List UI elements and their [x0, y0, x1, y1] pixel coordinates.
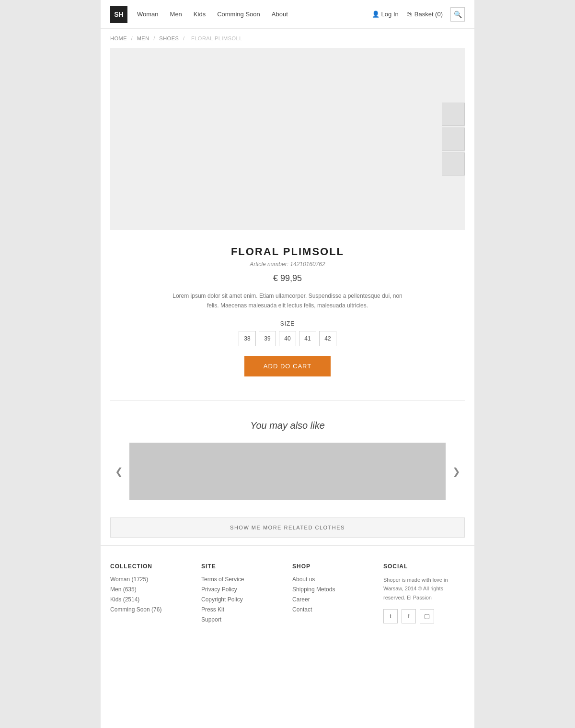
footer-site: SITE Terms of Service Privacy Policy Cop…	[201, 563, 283, 626]
list-item: Men (635)	[110, 586, 192, 593]
breadcrumb: HOME / MEN / SHOES / FLORAL PLIMSOLL	[101, 29, 474, 48]
nav-item-kids[interactable]: Kids	[194, 11, 206, 18]
instagram-icon[interactable]: ▢	[420, 609, 434, 623]
footer-social: SOCIAL Shoper is made with love in Warsa…	[383, 563, 465, 626]
article-number: Article number: 14210160762	[110, 261, 465, 268]
main-product-image	[110, 48, 465, 230]
list-item: Comming Soon (76)	[110, 606, 192, 613]
nav-item-woman[interactable]: Woman	[137, 11, 159, 18]
breadcrumb-sep1: /	[131, 35, 133, 41]
twitter-icon[interactable]: t	[383, 609, 398, 623]
footer-social-title: SOCIAL	[383, 563, 465, 570]
footer-collection: COLLECTION Woman (1725) Men (635) Kids (…	[110, 563, 192, 626]
size-39[interactable]: 39	[259, 331, 276, 346]
product-description: Lorem ipsum dolor sit amet enim. Etiam u…	[168, 291, 407, 311]
footer-shop-list: About us Shipping Metods Career Contact	[292, 575, 374, 613]
thumbnail-column	[442, 103, 465, 176]
search-button[interactable]: 🔍	[450, 7, 465, 22]
list-item: About us	[292, 575, 374, 583]
footer-social-text: Shoper is made with love in Warsaw, 2014…	[383, 575, 465, 602]
carousel-next-button[interactable]: ❯	[448, 452, 465, 491]
navbar: SH Woman Men Kids Comming Soon About 👤 L…	[101, 0, 474, 29]
basket-icon: 🛍	[406, 11, 413, 18]
list-item: Kids (2514)	[110, 596, 192, 603]
size-section: SIZE 38 39 40 41 42	[110, 320, 465, 346]
size-41[interactable]: 41	[299, 331, 316, 346]
related-title: You may also like	[110, 420, 465, 431]
add-to-cart-button[interactable]: ADD DO CART	[244, 356, 331, 376]
nav-item-about[interactable]: About	[272, 11, 288, 18]
breadcrumb-home[interactable]: HOME	[110, 35, 127, 41]
person-icon: 👤	[372, 11, 380, 18]
product-info: FLORAL PLIMSOLL Article number: 14210160…	[101, 230, 474, 400]
breadcrumb-sep2: /	[153, 35, 155, 41]
size-label: SIZE	[110, 320, 465, 327]
size-42[interactable]: 42	[319, 331, 336, 346]
nav-right: 👤 Log In 🛍 Basket (0) 🔍	[372, 7, 465, 22]
breadcrumb-men[interactable]: MEN	[137, 35, 150, 41]
basket-link[interactable]: 🛍 Basket (0)	[406, 11, 443, 18]
list-item: Privacy Policy	[201, 586, 283, 593]
search-icon: 🔍	[454, 11, 462, 18]
carousel-content	[129, 443, 446, 500]
list-item: Woman (1725)	[110, 575, 192, 583]
list-item: Support	[201, 616, 283, 623]
nav-links: Woman Men Kids Comming Soon About	[137, 11, 372, 18]
product-title: FLORAL PLIMSOLL	[110, 246, 465, 258]
facebook-icon[interactable]: f	[402, 609, 416, 623]
list-item: Press Kit	[201, 606, 283, 613]
list-item: Career	[292, 596, 374, 603]
carousel-prev-button[interactable]: ❮	[110, 452, 127, 491]
show-more-button[interactable]: SHOW ME MORE RELATED CLOTHES	[110, 517, 465, 538]
thumbnail-2[interactable]	[442, 128, 465, 151]
footer: COLLECTION Woman (1725) Men (635) Kids (…	[101, 545, 474, 643]
login-link[interactable]: 👤 Log In	[372, 11, 399, 18]
breadcrumb-sep3: /	[183, 35, 185, 41]
list-item: Terms of Service	[201, 575, 283, 583]
product-price: € 99,95	[110, 273, 465, 283]
nav-item-coming-soon[interactable]: Comming Soon	[217, 11, 260, 18]
footer-collection-list: Woman (1725) Men (635) Kids (2514) Commi…	[110, 575, 192, 613]
footer-site-title: SITE	[201, 563, 283, 570]
footer-shop-title: SHOP	[292, 563, 374, 570]
social-icons: t f ▢	[383, 609, 465, 623]
logo[interactable]: SH	[110, 6, 127, 23]
thumbnail-1[interactable]	[442, 103, 465, 126]
related-carousel: ❮ ❯	[110, 443, 465, 500]
size-40[interactable]: 40	[279, 331, 296, 346]
size-38[interactable]: 38	[239, 331, 256, 346]
footer-shop: SHOP About us Shipping Metods Career Con…	[292, 563, 374, 626]
footer-collection-title: COLLECTION	[110, 563, 192, 570]
list-item: Shipping Metods	[292, 586, 374, 593]
nav-item-men[interactable]: Men	[170, 11, 182, 18]
breadcrumb-shoes[interactable]: SHOES	[159, 35, 179, 41]
instagram-symbol: ▢	[424, 612, 430, 620]
size-options: 38 39 40 41 42	[110, 331, 465, 346]
product-image-area	[110, 48, 465, 230]
footer-site-list: Terms of Service Privacy Policy Copyrigh…	[201, 575, 283, 623]
list-item: Contact	[292, 606, 374, 613]
list-item: Copyright Policy	[201, 596, 283, 603]
thumbnail-3[interactable]	[442, 153, 465, 176]
related-section: You may also like ❮ ❯	[101, 401, 474, 510]
breadcrumb-current: FLORAL PLIMSOLL	[191, 35, 242, 41]
